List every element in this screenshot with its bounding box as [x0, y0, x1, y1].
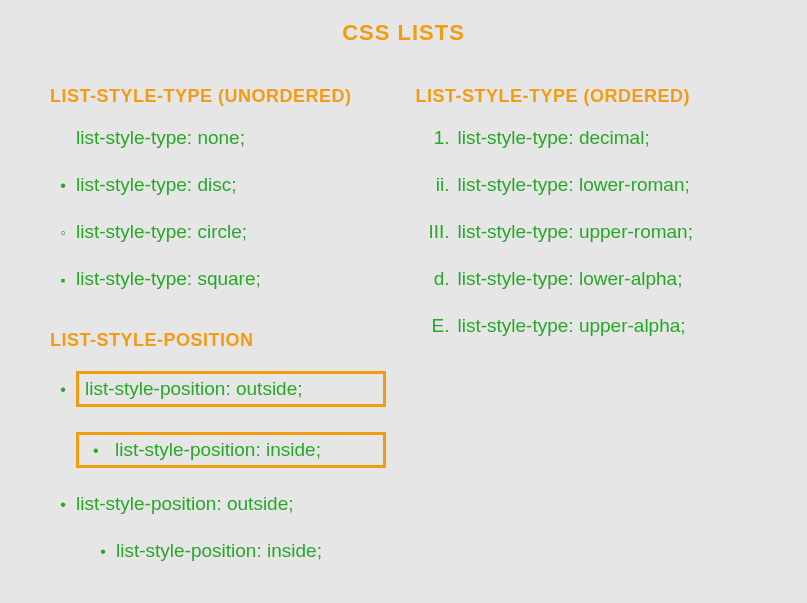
ordinal-marker: ii.	[416, 174, 458, 196]
list-item-text: list-style-type: none;	[76, 127, 245, 149]
boxed-text: list-style-position: outside;	[76, 371, 386, 407]
list-item-inside-boxed: list-style-position: inside;	[76, 432, 392, 468]
list-item-outside: list-style-position: outside;	[50, 493, 392, 515]
list-item: list-style-type: circle;	[50, 221, 392, 243]
list-item: list-style-type: none;	[50, 127, 392, 149]
position-heading: LIST-STYLE-POSITION	[50, 330, 392, 351]
list-item: 1. list-style-type: decimal;	[416, 127, 758, 149]
ordered-block: LIST-STYLE-TYPE (ORDERED) 1. list-style-…	[416, 86, 758, 337]
list-item: d. list-style-type: lower-alpha;	[416, 268, 758, 290]
position-block: LIST-STYLE-POSITION list-style-position:…	[50, 330, 392, 562]
ordinal-marker: 1.	[416, 127, 458, 149]
list-item-outside-boxed: list-style-position: outside;	[50, 371, 392, 407]
list-item-text: list-style-position: inside;	[115, 439, 321, 461]
disc-marker-icon	[50, 378, 76, 400]
unordered-block: LIST-STYLE-TYPE (UNORDERED) list-style-t…	[50, 86, 392, 290]
list-item-text: list-style-position: inside;	[116, 540, 322, 562]
ordered-heading: LIST-STYLE-TYPE (ORDERED)	[416, 86, 758, 107]
right-column: LIST-STYLE-TYPE (ORDERED) 1. list-style-…	[416, 86, 758, 587]
disc-marker-icon	[50, 174, 76, 196]
disc-marker-icon	[90, 540, 116, 562]
unordered-heading: LIST-STYLE-TYPE (UNORDERED)	[50, 86, 392, 107]
list-item-inside: list-style-position: inside;	[90, 540, 392, 562]
two-column-layout: LIST-STYLE-TYPE (UNORDERED) list-style-t…	[50, 86, 757, 587]
list-item-text: list-style-type: lower-alpha;	[458, 268, 683, 290]
left-column: LIST-STYLE-TYPE (UNORDERED) list-style-t…	[50, 86, 392, 587]
list-item: list-style-type: square;	[50, 268, 392, 290]
ordinal-marker: d.	[416, 268, 458, 290]
list-item-text: list-style-type: decimal;	[458, 127, 650, 149]
list-item: list-style-type: disc;	[50, 174, 392, 196]
list-item: III. list-style-type: upper-roman;	[416, 221, 758, 243]
list-item: ii. list-style-type: lower-roman;	[416, 174, 758, 196]
square-marker-icon	[50, 268, 76, 290]
disc-marker-icon	[85, 439, 115, 461]
list-item-text: list-style-type: disc;	[76, 174, 236, 196]
disc-marker-icon	[50, 493, 76, 515]
ordinal-marker: E.	[416, 315, 458, 337]
ordinal-marker: III.	[416, 221, 458, 243]
list-item-text: list-style-type: upper-roman;	[458, 221, 693, 243]
list-item-text: list-style-position: outside;	[76, 493, 294, 515]
page-title: CSS LISTS	[50, 20, 757, 46]
list-item-text: list-style-type: circle;	[76, 221, 247, 243]
list-item: E. list-style-type: upper-alpha;	[416, 315, 758, 337]
boxed-text: list-style-position: inside;	[76, 432, 386, 468]
list-item-text: list-style-type: lower-roman;	[458, 174, 690, 196]
circle-marker-icon	[50, 221, 76, 243]
list-item-text: list-style-type: square;	[76, 268, 261, 290]
list-item-text: list-style-type: upper-alpha;	[458, 315, 686, 337]
